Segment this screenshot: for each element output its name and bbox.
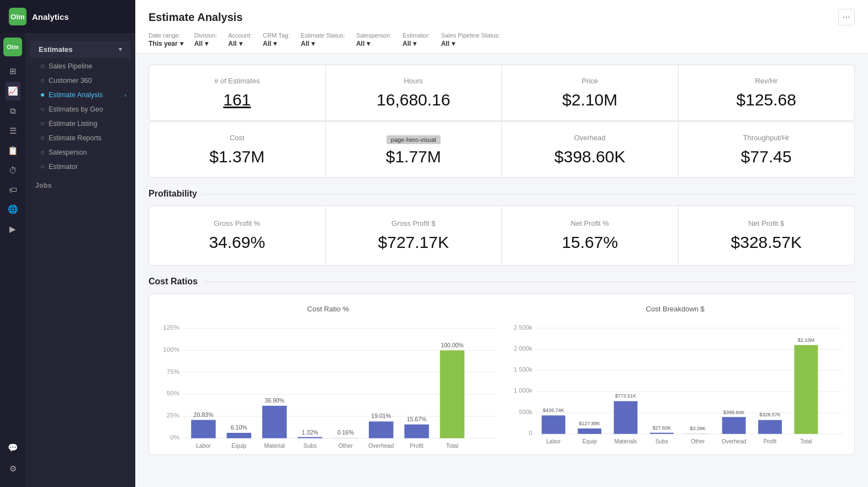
svg-text:Overhead: Overhead — [368, 442, 394, 449]
charts-container: Cost Ratio % 125% 100% 75% 50% 25% 0% — [149, 293, 855, 455]
bar-profit — [758, 420, 782, 434]
filter-salesperson: Salesperson: All ▾ — [356, 32, 391, 47]
metric-hours-value: 16,680.16 — [377, 91, 450, 109]
bar-equip — [227, 433, 251, 438]
svg-text:6.10%: 6.10% — [231, 424, 247, 431]
profit-gross-pct-value: 34.69% — [209, 233, 265, 252]
metric-throughput-hr-value: $77.45 — [741, 147, 792, 166]
filter-estimator-value[interactable]: All ▾ — [403, 40, 430, 47]
svg-text:19.01%: 19.01% — [371, 412, 391, 419]
globe-icon: 🌐 — [8, 204, 18, 214]
chat-icon: 💬 — [8, 443, 18, 453]
metric-profit: Profit page-hero-visual $1.77M — [326, 122, 502, 177]
svg-text:Subs: Subs — [655, 438, 668, 444]
svg-text:500k: 500k — [518, 409, 532, 415]
filter-division-value[interactable]: All ▾ — [194, 40, 218, 47]
svg-text:$3.39K: $3.39K — [690, 426, 706, 431]
header-top: Estimate Analysis ··· — [149, 9, 855, 25]
metric-cost-value: $1.37M — [209, 147, 264, 166]
svg-text:Labor: Labor — [546, 438, 561, 444]
nav-item-label: Estimate Analysis — [49, 91, 103, 99]
svg-text:Profit: Profit — [410, 442, 424, 449]
sidebar-item-estimate-analysis[interactable]: Estimate Analysis › — [25, 88, 135, 102]
sidebar-item-estimate-listing[interactable]: Estimate Listing — [25, 117, 135, 131]
svg-text:$398.60K: $398.60K — [723, 410, 744, 415]
svg-text:2 500k: 2 500k — [514, 324, 532, 331]
svg-text:Materials: Materials — [614, 438, 637, 444]
chart-cost-ratio-pct-area: 125% 100% 75% 50% 25% 0% — [160, 322, 496, 443]
svg-text:0.16%: 0.16% — [337, 429, 354, 436]
profitability-section-title: Profitability — [149, 189, 855, 199]
svg-text:1 000k: 1 000k — [514, 387, 532, 394]
svg-text:1.32%: 1.32% — [302, 429, 319, 436]
metric-price-value: $2.10M — [562, 91, 617, 109]
bar-subs — [650, 433, 674, 434]
filter-salesperson-value[interactable]: All ▾ — [356, 40, 391, 47]
bar-profit — [404, 425, 428, 438]
estimates-items: Sales Pipeline Customer 360 Estimate Ana… — [25, 59, 135, 174]
sidebar-item-estimates-by-geo[interactable]: Estimates by Geo — [25, 102, 135, 117]
filter-estimate-status-value[interactable]: All ▾ — [301, 40, 345, 47]
metric-estimates-value[interactable]: 161 — [223, 91, 251, 109]
filter-account-value[interactable]: All ▾ — [228, 40, 252, 47]
profit-net-pct-label: Net Profit % — [571, 219, 609, 227]
nav-icon-layers[interactable]: ⧉ — [8, 102, 18, 120]
svg-text:15.67%: 15.67% — [407, 416, 427, 422]
logo-icon: Olm — [3, 38, 22, 56]
nav-icon-list[interactable]: ☰ — [7, 121, 19, 140]
nav-item-label: Estimator — [49, 163, 78, 171]
nav-icon-globe[interactable]: 🌐 — [6, 200, 20, 219]
svg-text:Labor: Labor — [196, 442, 211, 449]
dot-icon — [41, 122, 44, 125]
filter-crm-tag-value[interactable]: All ▾ — [263, 40, 290, 47]
chart-cost-breakdown-title: Cost Breakdown $ — [507, 305, 844, 313]
filter-division-label: Division: — [194, 32, 218, 39]
nav-icon-play[interactable]: ▶ — [7, 220, 18, 239]
svg-text:$127.88K: $127.88K — [579, 421, 600, 426]
profit-gross-pct: Gross Profit % 34.69% — [149, 206, 325, 265]
profit-net-pct-value: 15.67% — [562, 233, 618, 252]
sidebar-item-salesperson[interactable]: Salesperson — [25, 145, 135, 160]
profit-net-dollar-value: $328.57K — [731, 233, 802, 252]
nav-icon-report[interactable]: 📋 — [6, 141, 20, 160]
filter-crm-tag-label: CRM Tag: — [263, 32, 290, 39]
tooltip-box: page-hero-visual — [387, 135, 441, 144]
chevron-down-icon: ▾ — [367, 40, 370, 47]
main-content: Estimate Analysis ··· Date range: This y… — [135, 0, 868, 487]
chart-cost-ratio-pct: Cost Ratio % 125% 100% 75% 50% 25% 0% — [160, 305, 496, 443]
metric-overhead-label: Overhead — [574, 134, 606, 142]
more-options-button[interactable]: ··· — [838, 9, 855, 25]
sidebar-item-estimator[interactable]: Estimator — [25, 160, 135, 174]
sidebar-item-customer-360[interactable]: Customer 360 — [25, 73, 135, 88]
estimates-group-header[interactable]: Estimates ▾ — [30, 41, 131, 58]
sidebar-item-estimate-reports[interactable]: Estimate Reports — [25, 131, 135, 145]
metric-hours: Hours 16,680.16 — [326, 65, 502, 120]
nav-icon-tag[interactable]: 🏷 — [7, 181, 19, 199]
svg-text:Total: Total — [800, 438, 812, 444]
layers-icon: ⧉ — [10, 106, 16, 116]
chart-cost-breakdown-area: 2 500k 2 000k 1 500k 1 000k 500k 0 — [507, 322, 844, 443]
nav-icon-chat[interactable]: 💬 — [6, 438, 20, 457]
nav-item-label: Estimate Listing — [49, 120, 97, 128]
bar-equip — [578, 428, 601, 434]
nav-icon-dashboard[interactable]: ⊞ — [7, 62, 19, 81]
bar-subs — [298, 437, 322, 438]
content-area: # of Estimates 161 Hours 16,680.16 Price… — [135, 54, 868, 487]
chevron-down-icon: ▾ — [413, 40, 416, 47]
svg-text:125%: 125% — [163, 324, 179, 331]
sidebar-logo: Olm Analytics — [0, 0, 135, 33]
logo-text: Olm — [10, 13, 24, 21]
nav-icon-clock[interactable]: ⏱ — [7, 161, 19, 179]
metric-cost-label: Cost — [230, 134, 245, 142]
nav-icon-settings[interactable]: ⚙ — [6, 459, 20, 478]
nav-icon-analytics[interactable]: 📈 — [6, 82, 20, 100]
svg-text:1 500k: 1 500k — [514, 366, 532, 373]
filter-date-range-value[interactable]: This year ▾ — [149, 40, 183, 47]
sidebar-item-sales-pipeline[interactable]: Sales Pipeline — [25, 59, 135, 73]
svg-text:Equip: Equip — [582, 438, 596, 444]
svg-text:Overhead: Overhead — [721, 438, 745, 444]
filter-date-range: Date range: This year ▾ — [149, 32, 183, 47]
play-icon: ▶ — [9, 224, 16, 234]
filter-account-label: Account: — [228, 32, 252, 39]
filter-sales-pipeline-status-value[interactable]: All ▾ — [441, 40, 500, 47]
